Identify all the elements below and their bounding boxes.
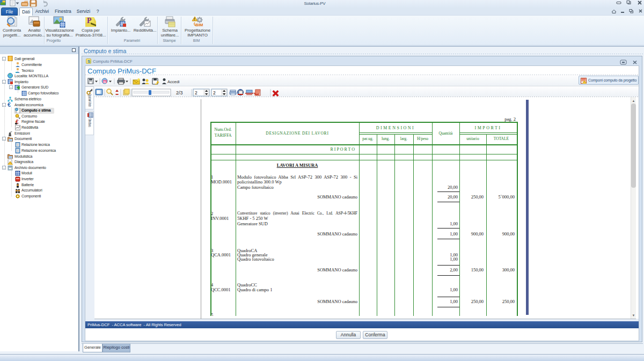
svg-text:2: 2	[213, 90, 216, 95]
svg-text:BIM: BIM	[195, 23, 203, 27]
svg-text:2/3: 2/3	[176, 90, 183, 95]
svg-text:!: !	[194, 17, 195, 21]
svg-text:2: 2	[195, 90, 197, 95]
svg-text:€: €	[8, 102, 11, 107]
svg-text:G: G	[104, 80, 106, 84]
